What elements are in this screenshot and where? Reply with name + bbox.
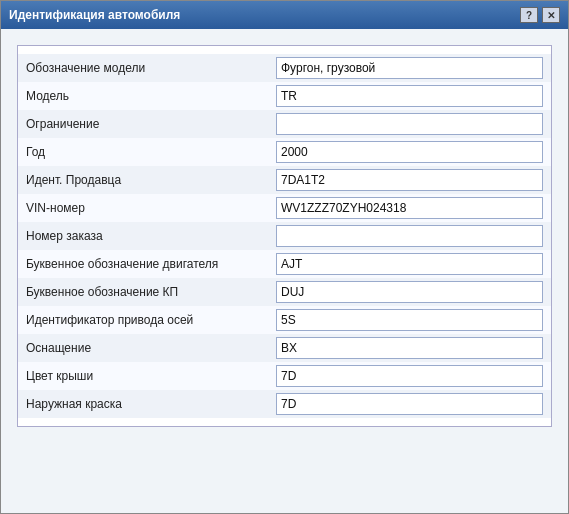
- field-input-cell: [276, 393, 543, 415]
- window-title: Идентификация автомобиля: [9, 8, 180, 22]
- title-bar: Идентификация автомобиля ? ✕: [1, 1, 568, 29]
- form-row: Цвет крыши: [18, 362, 551, 390]
- form-row: Идент. Продавца: [18, 166, 551, 194]
- field-label: Наружная краска: [26, 397, 276, 411]
- field-input-cell: [276, 197, 543, 219]
- field-input-cell: [276, 113, 543, 135]
- form-row: Буквенное обозначение двигателя: [18, 250, 551, 278]
- field-input[interactable]: [276, 365, 543, 387]
- form-row: Год: [18, 138, 551, 166]
- field-input[interactable]: [276, 281, 543, 303]
- field-input[interactable]: [276, 253, 543, 275]
- close-button[interactable]: ✕: [542, 7, 560, 23]
- form-row: Идентификатор привода осей: [18, 306, 551, 334]
- form-row: VIN-номер: [18, 194, 551, 222]
- field-label: Номер заказа: [26, 229, 276, 243]
- form-row: Модель: [18, 82, 551, 110]
- field-label: Год: [26, 145, 276, 159]
- field-input[interactable]: [276, 141, 543, 163]
- field-label: Буквенное обозначение двигателя: [26, 257, 276, 271]
- field-label: Цвет крыши: [26, 369, 276, 383]
- content-area: Обозначение моделиМодельОграничениеГодИд…: [1, 29, 568, 513]
- field-input-cell: [276, 141, 543, 163]
- form-row: Буквенное обозначение КП: [18, 278, 551, 306]
- field-input[interactable]: [276, 113, 543, 135]
- field-label: Оснащение: [26, 341, 276, 355]
- form-row: Обозначение модели: [18, 54, 551, 82]
- field-input[interactable]: [276, 225, 543, 247]
- field-label: Идентификатор привода осей: [26, 313, 276, 327]
- field-input[interactable]: [276, 85, 543, 107]
- field-label: Обозначение модели: [26, 61, 276, 75]
- field-input[interactable]: [276, 337, 543, 359]
- field-input-cell: [276, 225, 543, 247]
- field-input[interactable]: [276, 57, 543, 79]
- form-container: Обозначение моделиМодельОграничениеГодИд…: [17, 45, 552, 427]
- field-label: Идент. Продавца: [26, 173, 276, 187]
- field-label: Модель: [26, 89, 276, 103]
- form-row: Номер заказа: [18, 222, 551, 250]
- form-row: Оснащение: [18, 334, 551, 362]
- field-input-cell: [276, 85, 543, 107]
- field-input-cell: [276, 169, 543, 191]
- field-input-cell: [276, 365, 543, 387]
- form-row: Наружная краска: [18, 390, 551, 418]
- field-input-cell: [276, 281, 543, 303]
- field-label: Ограничение: [26, 117, 276, 131]
- field-label: VIN-номер: [26, 201, 276, 215]
- field-input[interactable]: [276, 309, 543, 331]
- field-input[interactable]: [276, 393, 543, 415]
- field-input[interactable]: [276, 197, 543, 219]
- main-window: Идентификация автомобиля ? ✕ Обозначение…: [0, 0, 569, 514]
- field-label: Буквенное обозначение КП: [26, 285, 276, 299]
- help-button[interactable]: ?: [520, 7, 538, 23]
- field-input-cell: [276, 57, 543, 79]
- field-input[interactable]: [276, 169, 543, 191]
- field-input-cell: [276, 253, 543, 275]
- field-input-cell: [276, 309, 543, 331]
- window-controls: ? ✕: [520, 7, 560, 23]
- form-row: Ограничение: [18, 110, 551, 138]
- field-input-cell: [276, 337, 543, 359]
